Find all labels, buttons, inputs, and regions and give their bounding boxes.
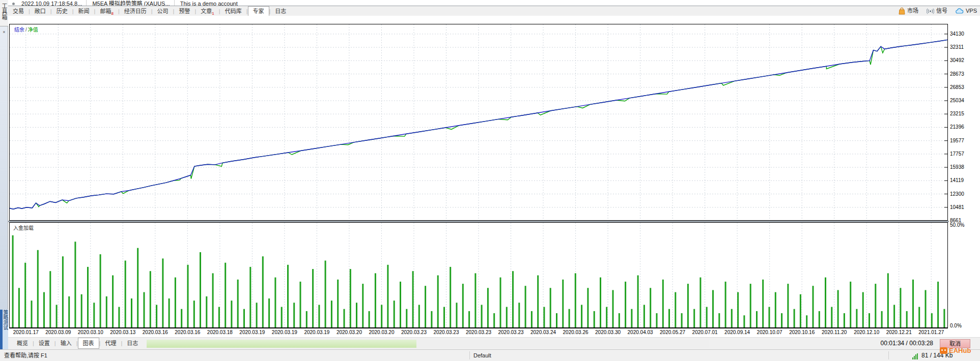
toolbox-tab-6[interactable]: 公司	[153, 7, 173, 16]
log-source: M5EA 模拟趋势策略 (XAUUS...	[88, 0, 174, 6]
status-profile[interactable]: Default	[473, 350, 491, 361]
toolbox-tab-2[interactable]: 历史	[52, 7, 72, 16]
equity-balance-chart[interactable]	[9, 24, 948, 221]
toolbox-tab-0[interactable]: 交易	[8, 7, 29, 16]
log-bullet-icon	[12, 3, 15, 5]
x-axis-tick-label: 2020.03.30	[591, 329, 625, 335]
test-elapsed-time: 00:01:34 / 00:03:28	[881, 338, 933, 349]
x-axis-tick-label: 2020.03.18	[203, 329, 237, 335]
strategy-tester-vertical-label: 策略测试	[3, 310, 8, 349]
chart-legend: 结余/净值	[14, 25, 38, 33]
status-help-text: 查看帮助,请按 F1	[4, 350, 47, 361]
x-axis-tick-label: 2020.03.09	[41, 329, 75, 335]
tester-tab-2[interactable]: 输入	[56, 338, 76, 349]
x-axis-tick-label: 2020.01.17	[9, 329, 43, 335]
toolbox-right-label: VPS	[966, 6, 977, 16]
status-bar: 查看帮助,请按 F1 Default 81 / 144 Kb	[0, 349, 980, 361]
toolbox-tab-7[interactable]: 预警	[174, 7, 194, 16]
x-axis-tick-label: 2020.03.26	[559, 329, 593, 335]
x-axis-tick-label: 2021.01.27	[914, 329, 948, 335]
tab-badge: 1	[212, 11, 214, 16]
x-axis-tick-label: 2020.12.10	[850, 329, 883, 335]
x-axis-tick-label: 2020.03.23	[397, 329, 431, 335]
toolbox-tab-9[interactable]: 代码库	[220, 7, 246, 16]
market-bag-icon	[899, 8, 905, 15]
y-axis-tick-label: 8661	[950, 218, 979, 223]
x-axis-tick-label: 2020.03.20	[332, 329, 366, 335]
y-axis-tick-label: 21396	[950, 124, 979, 130]
cloud-vps-icon	[956, 8, 964, 14]
mt5-terminal-window: { "window": { "toolbox_vertical_label": …	[0, 0, 980, 361]
toolbox-tab-1[interactable]: 敞口	[30, 7, 50, 16]
x-axis-tick-label: 2020.04.03	[624, 329, 657, 335]
connection-bars-icon	[912, 353, 918, 359]
x-axis-tick-label: 2020.03.19	[300, 329, 333, 335]
close-icon[interactable]: ×	[0, 28, 8, 36]
deposit-load-label: 入金加载	[13, 224, 34, 231]
toolbox-tab-5[interactable]: 经济日历	[120, 7, 151, 16]
legend-balance-label: 结余	[14, 27, 24, 33]
tester-toolbar: 概览|设置|输入|图表|代理|日志 00:01:34 / 00:03:28 取消	[8, 337, 980, 349]
y-axis-tick-label: 25034	[950, 98, 979, 103]
strategy-tester-vertical-tab[interactable]: 策略测试	[0, 310, 8, 349]
y-axis-tick-label: 32311	[950, 44, 979, 50]
y-axis-tick-label: 15938	[950, 164, 979, 170]
deposit-load-chart[interactable]	[9, 222, 948, 328]
x-axis-tick-label: 2020.03.20	[365, 329, 398, 335]
toolbox-tab-10[interactable]: 专家	[248, 6, 269, 16]
y-axis-tick-label: 14119	[950, 177, 979, 183]
toolbox-right-buttons: 市场信号VPS	[899, 6, 977, 16]
x-axis-tick-label: 2020.03.10	[74, 329, 107, 335]
x-axis-tick-label: 2020.09.14	[720, 329, 754, 335]
status-separator	[888, 351, 889, 359]
y-axis-tick-label: 17757	[950, 151, 979, 157]
log-time: 2022.10.09 17:18:54.8...	[17, 0, 87, 6]
x-axis-tick-label: 2020.11.20	[818, 329, 851, 335]
x-axis-tick-label: 2020.03.13	[106, 329, 139, 335]
x-axis-tick-label: 2020.05.27	[656, 329, 689, 335]
tester-chart-panel: 结余/净值 入金加载 50.0% 0.0% 341303231130492286…	[8, 16, 980, 337]
tester-tab-0[interactable]: 概览	[12, 338, 33, 349]
signal-broadcast-icon	[927, 8, 934, 14]
x-axis-tick-label: 2020.03.19	[235, 329, 269, 335]
y-axis-tick-label: 10481	[950, 204, 979, 210]
toolbox-vertical-tab[interactable]: 工具箱	[0, 0, 8, 26]
eahub-watermark: EAHub	[940, 347, 971, 354]
tab-badge: 8	[111, 11, 113, 16]
x-axis-tick-label: 2020.12.21	[882, 329, 916, 335]
left-dock-strip: 工具箱 × 策略测试	[0, 0, 8, 349]
log-message: This is a demo account	[176, 0, 242, 6]
test-progress-fill	[147, 340, 416, 348]
tester-tab-1[interactable]: 设置	[34, 338, 54, 349]
toolbox-right-button-1[interactable]: 信号	[927, 6, 947, 16]
x-axis-tick-label: 2020.03.16	[138, 329, 172, 335]
y-axis-tick-label: 12300	[950, 191, 979, 197]
x-axis-tick-label: 2020.03.16	[171, 329, 204, 335]
eahub-robot-icon	[940, 347, 947, 354]
test-progress-bar	[147, 340, 709, 348]
x-axis-tick-label: 2020.07.01	[688, 329, 722, 335]
tester-tab-4[interactable]: 代理	[100, 338, 121, 349]
y-axis-tick-label: 30492	[950, 57, 979, 63]
toolbox-tab-11[interactable]: 日志	[270, 7, 291, 16]
y-axis-tick-label: 28673	[950, 71, 979, 77]
tester-tab-3[interactable]: 图表	[78, 338, 99, 349]
expert-log-row[interactable]: 2022.10.09 17:18:54.8... M5EA 模拟趋势策略 (XA…	[8, 0, 980, 6]
toolbox-vertical-label: 工具箱	[1, 3, 7, 20]
deposit-load-min-tick: 0.0%	[950, 323, 962, 328]
x-axis-tick-label: 2020.03.23	[429, 329, 463, 335]
x-axis-tick-label: 2020.03.19	[268, 329, 301, 335]
toolbox-right-label: 市场	[907, 6, 918, 16]
legend-equity-label: 净值	[28, 27, 38, 33]
toolbox-right-label: 信号	[936, 6, 947, 16]
legend-separator: /	[24, 27, 28, 33]
x-axis-tick-label: 2020.03.24	[526, 329, 560, 335]
toolbox-right-button-0[interactable]: 市场	[899, 6, 918, 16]
x-axis-tick-label: 2020.03.23	[494, 329, 528, 335]
toolbox-tab-3[interactable]: 新闻	[74, 7, 94, 16]
y-axis-tick-label: 23215	[950, 111, 979, 116]
tester-tab-5[interactable]: 日志	[122, 338, 143, 349]
y-axis-tick-label: 26853	[950, 84, 979, 90]
toolbox-right-button-2[interactable]: VPS	[956, 6, 977, 16]
toolbox-tab-bar: 交易|敞口|历史|新闻|邮箱8|经济日历|公司|预警|文章1|代码库|专家|日志	[8, 6, 980, 16]
